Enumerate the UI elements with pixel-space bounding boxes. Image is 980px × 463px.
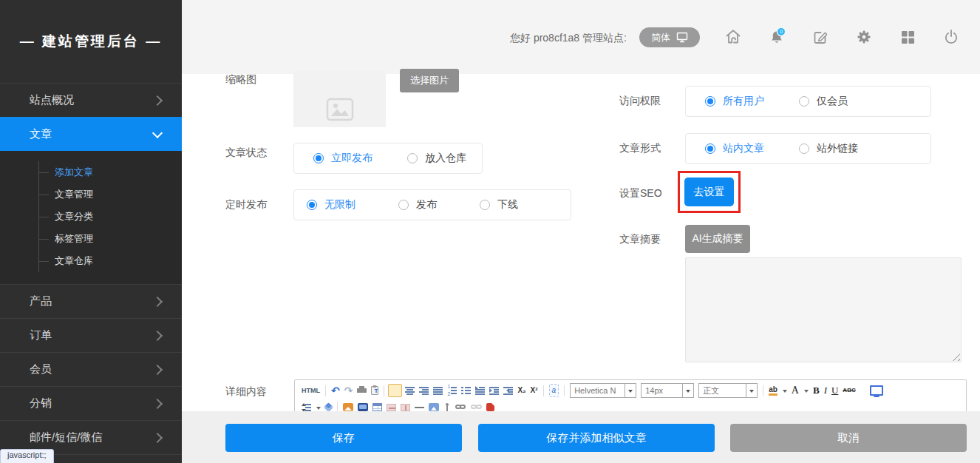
sidebar-item-members[interactable]: 会员 bbox=[0, 352, 182, 386]
sep bbox=[564, 385, 565, 396]
paste-text-button[interactable] bbox=[371, 386, 378, 395]
align-right-button[interactable] bbox=[419, 386, 429, 395]
insert-table-button[interactable] bbox=[372, 403, 382, 411]
logout-power-icon[interactable] bbox=[942, 27, 961, 47]
table-cell-button[interactable] bbox=[401, 404, 410, 411]
table-row-button[interactable] bbox=[387, 404, 396, 411]
radio-option[interactable]: 无限制 bbox=[307, 198, 355, 212]
language-label: 简体 bbox=[651, 31, 670, 44]
chevron-down-icon bbox=[625, 384, 636, 397]
radio-icon bbox=[799, 143, 809, 154]
article-status-label: 文章状态 bbox=[225, 146, 267, 160]
insert-image-button[interactable] bbox=[343, 403, 353, 411]
font-family-select[interactable]: Helvetica N bbox=[570, 383, 636, 398]
article-form-label: 文章形式 bbox=[619, 142, 661, 155]
chevron-icon bbox=[152, 330, 163, 340]
insert-video-button[interactable] bbox=[358, 403, 368, 411]
sidebar-item-distribution[interactable]: 分销 bbox=[0, 386, 182, 420]
sidebar-subitem-article-category[interactable]: 文章分类 bbox=[39, 206, 182, 228]
link-button[interactable] bbox=[455, 404, 466, 410]
seo-setup-button[interactable]: 去设置 bbox=[684, 178, 734, 206]
align-justify-button[interactable] bbox=[433, 386, 443, 395]
language-toggle-button[interactable]: 简体 bbox=[639, 27, 700, 47]
radio-option[interactable]: 下线 bbox=[480, 198, 518, 212]
insert-map-button[interactable] bbox=[429, 403, 439, 411]
line-height-caret[interactable] bbox=[316, 403, 321, 412]
indent-first-line-button[interactable] bbox=[475, 386, 485, 395]
subscript-button[interactable]: X₂ bbox=[517, 385, 525, 396]
home-icon[interactable] bbox=[724, 27, 743, 47]
font-size-select[interactable]: 14px bbox=[641, 383, 694, 398]
unordered-list-button[interactable] bbox=[461, 386, 471, 395]
apps-grid-icon[interactable] bbox=[898, 27, 917, 47]
cancel-button[interactable]: 取消 bbox=[730, 424, 967, 452]
undo-button[interactable]: ↶ bbox=[331, 385, 340, 396]
sidebar-item-articles[interactable]: 文章 bbox=[0, 117, 182, 151]
sidebar-subitem-article-warehouse[interactable]: 文章仓库 bbox=[39, 250, 182, 272]
insert-flash-button[interactable] bbox=[486, 403, 494, 411]
save-button[interactable]: 保存 bbox=[225, 424, 462, 452]
scheduled-publish-label: 定时发布 bbox=[225, 198, 267, 212]
summary-textarea[interactable] bbox=[685, 257, 962, 362]
sidebar: — 建站管理后台 — 站点概况 文章 添加文章 文章管理 文章分类 bbox=[0, 0, 182, 463]
redo-button[interactable]: ↷ bbox=[344, 385, 353, 396]
sidebar-subitem-tag-manage[interactable]: 标签管理 bbox=[39, 228, 182, 250]
strikethrough-button[interactable]: ABC bbox=[843, 385, 855, 396]
radio-option[interactable]: 所有用户 bbox=[705, 95, 764, 108]
highlight-color-button[interactable]: ab bbox=[769, 385, 777, 396]
fullscreen-button[interactable] bbox=[870, 385, 883, 396]
italic-button[interactable]: I bbox=[824, 385, 827, 396]
radio-option[interactable]: 站内文章 bbox=[705, 142, 764, 155]
unlink-button[interactable] bbox=[471, 404, 482, 410]
radio-option[interactable]: 立即发布 bbox=[313, 152, 372, 165]
image-placeholder-icon bbox=[326, 98, 354, 121]
notifications-bell-icon[interactable]: 0 bbox=[767, 27, 786, 47]
indent-more-button[interactable] bbox=[489, 386, 499, 395]
bold-button[interactable]: B bbox=[813, 385, 820, 396]
content-label: 详细内容 bbox=[225, 385, 267, 399]
sep bbox=[543, 385, 544, 396]
sidebar-item-products[interactable]: 产品 bbox=[0, 284, 182, 318]
save-and-add-similar-button[interactable]: 保存并添加相似文章 bbox=[478, 424, 715, 452]
user-greeting: 您好 pro8cf1a8 bbox=[510, 32, 579, 45]
chevron-icon bbox=[152, 127, 163, 138]
font-color-caret[interactable] bbox=[803, 386, 809, 395]
sidebar-subitem-article-manage[interactable]: 文章管理 bbox=[39, 183, 182, 206]
align-left-button[interactable] bbox=[388, 384, 402, 397]
source-code-button[interactable]: HTML bbox=[302, 385, 320, 396]
toolbar-separator bbox=[763, 385, 763, 396]
highlight-color-caret[interactable] bbox=[782, 386, 787, 395]
radio-option[interactable]: 发布 bbox=[398, 198, 437, 212]
radio-option[interactable]: 仅会员 bbox=[799, 95, 848, 108]
chevron-icon bbox=[152, 95, 163, 105]
ai-generate-summary-button[interactable]: AI生成摘要 bbox=[685, 225, 750, 253]
print-button[interactable] bbox=[357, 386, 367, 395]
article-status-group: 立即发布 放入仓库 bbox=[293, 143, 483, 174]
sidebar-item-site-overview[interactable]: 站点概况 bbox=[0, 83, 182, 117]
settings-gear-icon[interactable] bbox=[854, 27, 874, 47]
thumbnail-placeholder[interactable] bbox=[293, 71, 386, 127]
sidebar-subitem-add-article[interactable]: 添加文章 bbox=[39, 161, 182, 183]
sidebar-item-orders[interactable]: 订单 bbox=[0, 318, 182, 352]
edit-icon[interactable] bbox=[811, 27, 830, 47]
align-center-button[interactable] bbox=[405, 386, 415, 395]
ordered-list-button[interactable] bbox=[447, 386, 457, 395]
anchor-button[interactable] bbox=[443, 403, 451, 412]
font-color-button[interactable]: A bbox=[792, 385, 799, 396]
manage-site-label: 管理站点: bbox=[582, 32, 627, 45]
format-eraser-button[interactable] bbox=[324, 402, 333, 412]
chevron-icon bbox=[152, 432, 163, 442]
paragraph-format-select[interactable]: 正文 bbox=[698, 383, 758, 398]
radio-icon bbox=[705, 96, 715, 107]
radio-option[interactable]: 放入仓库 bbox=[407, 152, 466, 165]
horizontal-rule-button[interactable] bbox=[415, 403, 424, 412]
choose-image-button[interactable]: 选择图片 bbox=[400, 69, 459, 92]
underline-button[interactable]: U bbox=[831, 385, 838, 396]
sidebar-menu-bottom: 产品 订单 会员 分销 邮件/短信/微信 bbox=[0, 284, 182, 455]
radio-option[interactable]: 站外链接 bbox=[799, 142, 858, 155]
auto-typeset-button[interactable]: a bbox=[549, 384, 559, 397]
superscript-button[interactable]: X² bbox=[531, 385, 538, 396]
line-height-button[interactable] bbox=[302, 403, 311, 412]
indent-less-button[interactable] bbox=[503, 386, 513, 395]
top-bar: 您好 pro8cf1a8 管理站点: 简体 bbox=[182, 0, 980, 74]
